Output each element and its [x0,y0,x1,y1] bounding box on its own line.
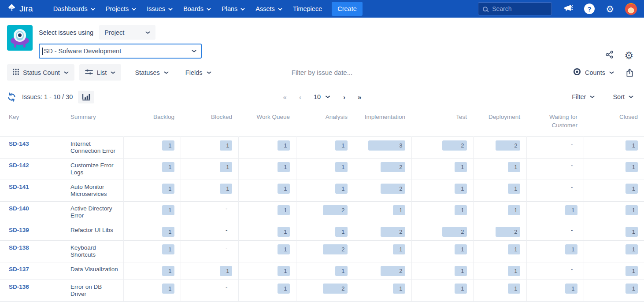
page-size-select[interactable]: 10 [314,93,330,100]
date-filter-input[interactable]: Filter by issue date... [292,69,352,76]
status-count-cell: 1 [354,202,411,223]
issue-key-link[interactable]: SD-139 [9,227,29,233]
status-count-cell: 3 [354,137,411,158]
status-count-cell: 1 [584,262,644,280]
status-count-cell: 2 [354,223,411,241]
export-icon[interactable] [626,68,633,77]
help-icon[interactable]: ? [584,4,595,14]
issue-key-link[interactable]: SD-136 [9,284,29,290]
issue-key-link[interactable]: SD-142 [9,162,29,169]
status-count-cell: 1 [411,280,473,302]
count-badge: 2 [323,284,348,294]
count-badge: 1 [625,266,638,276]
count-badge: 1 [455,284,467,294]
next-page-button[interactable]: › [343,93,345,101]
column-header-backlog: Backlog [123,108,181,137]
nav-item-boards[interactable]: Boards [183,5,211,12]
fields-dropdown[interactable]: Fields [185,69,211,76]
status-count-cell: 1 [526,280,584,302]
filter-dropdown[interactable]: Filter [572,93,595,100]
count-badge: 1 [625,184,638,194]
status-count-cell: 2 [473,137,526,158]
chevron-down-icon [145,31,150,34]
issue-source-select[interactable]: Project [99,25,155,40]
count-badge: 1 [508,184,520,194]
status-count-cell: 1 [526,241,584,262]
count-badge: 1 [162,227,174,237]
sort-dropdown[interactable]: Sort [613,93,633,100]
gadget-settings-icon[interactable]: ⚙ [624,51,633,61]
jira-logo[interactable]: Jira [7,3,33,15]
count-badge: 1 [220,266,232,276]
nav-item-assets[interactable]: Assets [255,5,282,12]
nav-item-dashboards[interactable]: Dashboards [53,5,95,12]
create-button[interactable]: Create [332,2,363,16]
status-count-cell: 1 [411,202,473,223]
display-counts-dropdown[interactable]: Counts [573,68,614,77]
count-badge: 1 [455,244,467,254]
status-count-cell: 1 [411,158,473,180]
count-badge: 1 [278,284,290,294]
nav-item-plans[interactable]: Plans [222,5,245,12]
status-count-cell: - [181,241,238,262]
status-count-cell: 1 [238,202,296,223]
column-header-deployment: Deployment [473,108,526,137]
table-row: SD-140Active Directory Error1-1211111 [0,202,644,223]
status-count-cell: 1 [296,158,354,180]
prev-page-button[interactable]: ‹ [299,93,301,101]
count-badge: 1 [162,284,174,294]
issue-key-link[interactable]: SD-141 [9,184,29,190]
target-icon [573,68,581,77]
count-badge: 1 [565,284,577,294]
search-box[interactable] [478,2,552,15]
view-mode-button[interactable]: Status Count [7,64,74,81]
gadget-app-icon [7,25,33,51]
first-page-button[interactable]: « [283,93,286,101]
statuses-dropdown[interactable]: Statuses [135,69,168,76]
count-badge: 1 [393,284,405,294]
user-avatar[interactable] [625,3,637,15]
count-badge: 1 [335,227,348,237]
count-badge: 1 [278,227,290,237]
issue-key-link[interactable]: SD-140 [9,205,29,212]
chart-view-button[interactable] [78,91,94,103]
nav-item-projects[interactable]: Projects [106,5,136,12]
nav-menu: Dashboards Projects Issues Boards Plans … [53,5,322,12]
table-row: SD-141Auto Monitor Microservices1111211-… [0,180,644,202]
refresh-icon[interactable] [7,92,16,102]
chevron-down-icon [192,49,196,53]
issue-key-link[interactable]: SD-137 [9,266,29,273]
count-badge: 2 [381,184,405,194]
search-input[interactable] [492,5,540,12]
brand-name: Jira [19,4,33,14]
issue-key-link[interactable]: SD-138 [9,244,29,251]
table-row: SD-139Refactor UI Libs1-11222-1 [0,223,644,241]
count-badge: 1 [278,140,290,151]
nav-item-timepiece[interactable]: Timepiece [293,5,322,12]
announcements-icon[interactable] [563,3,573,15]
project-select[interactable]: SD - Sofware Development [39,44,202,59]
status-count-cell: 1 [238,137,296,158]
status-count-cell: - [526,180,584,202]
status-count-cell: 1 [296,223,354,241]
share-icon[interactable] [605,50,614,61]
count-badge: 2 [323,244,348,254]
count-badge: 1 [565,244,577,254]
status-count-cell: 1 [473,241,526,262]
settings-gear-icon[interactable]: ⚙ [606,4,614,14]
issue-key-link[interactable]: SD-143 [9,140,29,147]
layout-button[interactable]: List [79,64,122,81]
grid-icon [13,69,19,76]
status-count-table: Key Summary Backlog Blocked Work Queue A… [0,108,644,302]
status-count-cell: 1 [123,137,181,158]
issues-count-label: Issues: 1 - 10 / 30 [22,93,73,100]
nav-item-issues[interactable]: Issues [147,5,173,12]
sliders-icon [85,69,93,76]
issue-key-cell: SD-141 [0,180,70,202]
last-page-button[interactable]: » [358,93,361,101]
issue-key-cell: SD-138 [0,241,70,262]
count-badge: 2 [381,162,405,172]
table-row: SD-138Keyboard Shortcuts1-1211111 [0,241,644,262]
status-count-cell: 1 [354,280,411,302]
status-count-cell: 1 [584,241,644,262]
